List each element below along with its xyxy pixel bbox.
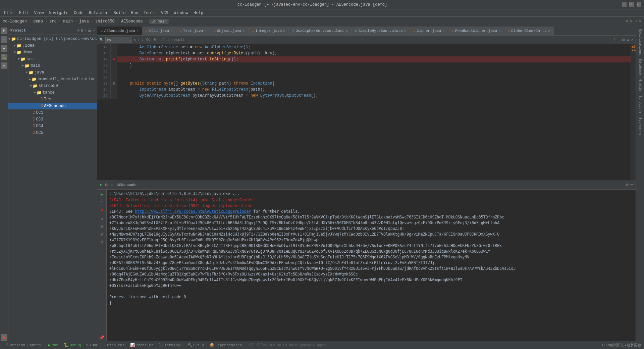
right-panel-gradle[interactable]: Gradle [638, 78, 643, 93]
right-panel-bookmarks[interactable]: Bookmarks [638, 116, 643, 137]
run-status-button[interactable]: ▶ Run [47, 342, 60, 348]
right-panel-notifications[interactable]: Notifications [638, 28, 643, 56]
menu-build[interactable]: Build [111, 10, 128, 16]
search-filter-icon[interactable]: ▤ [622, 37, 625, 42]
search-next-icon[interactable]: ↓ [141, 38, 143, 42]
project-expand-icon[interactable]: ⇄ [85, 28, 87, 33]
run-up-button[interactable]: ↑ [99, 199, 105, 206]
tab-aesencode[interactable]: ☕ AESencode.java ✕ [97, 27, 142, 35]
nav-project[interactable]: cc-loadgen [3, 19, 27, 24]
tree-item-cc4[interactable]: ▶ C CC4 [8, 123, 97, 130]
tree-item-memshell[interactable]: ▶ 📁 memshell_deserialization [8, 76, 97, 83]
tree-item-src[interactable]: ▼ 📁 src [8, 56, 97, 62]
tree-item-demo[interactable]: ▼ 📁 demo [8, 49, 97, 56]
search-matchcase-icon[interactable]: Cc [145, 38, 152, 42]
tab-close-icon[interactable]: ✕ [243, 29, 245, 33]
close-button[interactable]: ✕ [637, 2, 641, 7]
nav-aesencode[interactable]: AESencode [121, 19, 143, 24]
build-button[interactable]: 🔨 Build [186, 343, 206, 348]
tab-test[interactable]: ☕ Test.java ✕ [176, 27, 210, 35]
nav-expand-icon[interactable]: ⇄ [635, 19, 637, 24]
menu-file[interactable]: File [1, 10, 16, 16]
run-stop-button[interactable]: ■ [99, 207, 105, 214]
search-clear-icon[interactable]: ✕ [133, 37, 136, 42]
right-panel-structure[interactable]: Structure [638, 94, 643, 115]
menu-code[interactable]: Code [71, 10, 86, 16]
tab-cipherblock[interactable]: ☕ CipherBlockCh... ✕ [504, 27, 553, 35]
sidebar-run-icon[interactable]: ▶ [1, 45, 7, 52]
run-pin-button[interactable]: 📌 [99, 334, 105, 341]
maximize-button[interactable]: □ [629, 2, 634, 7]
search-prev-icon[interactable]: ↑ [137, 38, 140, 42]
nav-branch[interactable]: ⎇ main [149, 19, 169, 24]
tab-feedbackcipher[interactable]: ☕ FeedbackCipher.java ✕ [448, 27, 504, 35]
run-settings-icon[interactable]: ⚙ [626, 182, 629, 187]
tab-close-icon[interactable]: ✕ [404, 29, 406, 33]
tree-item-idea[interactable]: ▶ 📁 .idea [8, 42, 97, 49]
nav-shiro550[interactable]: shiro550 [95, 19, 115, 24]
code-content[interactable]: 17 AesCipherService aes = new AesCipherS… [97, 44, 631, 180]
menu-navigate[interactable]: Navigate [46, 10, 71, 16]
search-prev-match-icon[interactable]: ↑ [613, 37, 616, 42]
search-close-icon[interactable]: ✕ [631, 37, 634, 42]
nav-layout-icon[interactable]: ⊞ [630, 19, 632, 24]
tree-item-aesencode[interactable]: ▶ C AESencode [8, 103, 97, 109]
search-input[interactable] [105, 37, 132, 43]
sidebar-commit-icon[interactable]: ✓ [1, 36, 7, 43]
menu-tools[interactable]: Tools [141, 10, 158, 16]
tab-close-icon[interactable]: ✕ [498, 29, 500, 33]
tree-item-main[interactable]: ▼ 📁 main [8, 62, 97, 69]
dependencies-button[interactable]: 📦 Dependencies [208, 343, 243, 348]
nav-demo[interactable]: demo [33, 19, 43, 24]
tab-cc11[interactable]: ☕ CC11.java ✕ [142, 27, 176, 35]
tab-object[interactable]: ☕ Object.java ✕ [210, 27, 248, 35]
sidebar-bookmarks-icon[interactable]: 🔖 [1, 334, 7, 341]
tab-integer[interactable]: ☕ Integer.java ✕ [249, 27, 289, 35]
project-close-icon[interactable]: ✕ [93, 28, 95, 33]
run-minimize-icon[interactable]: ─ [631, 182, 633, 187]
menu-run[interactable]: Run [128, 10, 141, 16]
problems-button[interactable]: ⚠ Problems [102, 343, 126, 348]
slf4j-link[interactable]: http://www.slf4j.org/codes.html#StaticLo… [135, 209, 251, 214]
tree-item-shiro550[interactable]: ▼ 📁 shiro550 [8, 83, 97, 89]
tab-close-icon[interactable]: ✕ [170, 29, 172, 33]
tree-item-tance[interactable]: ▼ 📁 tance [8, 89, 97, 96]
menu-edit[interactable]: Edit [16, 10, 32, 16]
menu-help[interactable]: Help [191, 10, 206, 16]
run-filter-button[interactable]: ▤ [99, 223, 105, 230]
tab-close-icon[interactable]: ✕ [283, 29, 285, 33]
tab-close-icon[interactable]: ✕ [204, 29, 206, 33]
run-output[interactable]: C:\Users\91136\.jdks\corretto-1.8.0_332\… [107, 190, 636, 341]
tree-item-java[interactable]: ▼ 📁 java [8, 69, 97, 76]
todo-button[interactable]: ☑ TODO [85, 343, 100, 348]
run-play-button[interactable]: ▶ [99, 191, 105, 198]
search-settings-icon[interactable]: ⚙ [627, 37, 629, 42]
nav-src[interactable]: src [49, 19, 57, 24]
nav-main[interactable]: main [63, 19, 73, 24]
project-scope-icon[interactable]: ⚙ [77, 28, 80, 33]
nav-java[interactable]: java [79, 19, 89, 24]
tab-jcacipherservice[interactable]: C JcaCipherService.class ✕ [289, 27, 352, 35]
menu-view[interactable]: View [32, 10, 47, 16]
menu-refactor[interactable]: Refactor [86, 10, 111, 16]
tab-close-icon[interactable]: ✕ [346, 29, 348, 33]
tree-item-cc3[interactable]: ▶ C CC3 [8, 116, 97, 123]
run-scroll-button[interactable]: ⊻ [99, 231, 105, 238]
version-control-button[interactable]: ⎇ Version Control [3, 342, 44, 348]
sidebar-services-icon[interactable]: ≡ [1, 62, 7, 69]
breakpoint-icon[interactable]: ● [113, 56, 115, 62]
run-rerun-button[interactable]: ↺ [99, 215, 105, 222]
menu-vcs[interactable]: VCS [158, 10, 171, 16]
project-layout-icon[interactable]: ⊟ [81, 28, 83, 33]
tree-item-cc1[interactable]: ▶ C CC1 [8, 109, 97, 116]
search-regex-icon[interactable]: .* [159, 38, 166, 42]
nav-close-icon[interactable]: ✕ [639, 19, 641, 24]
sidebar-project-icon[interactable]: P [1, 28, 7, 34]
nav-settings-icon[interactable]: ⚙ [626, 19, 628, 24]
search-next-match-icon[interactable]: ↓ [618, 37, 620, 42]
tab-simplebytesource[interactable]: C SimpleByteSour.class ✕ [352, 27, 410, 35]
search-wholeword-icon[interactable]: W [153, 38, 158, 42]
tab-close-icon[interactable]: ✕ [548, 29, 550, 33]
tab-cipher[interactable]: ☕ Cipher.java ✕ [410, 27, 448, 35]
terminal-button[interactable]: ⬛ Terminal [157, 343, 183, 348]
